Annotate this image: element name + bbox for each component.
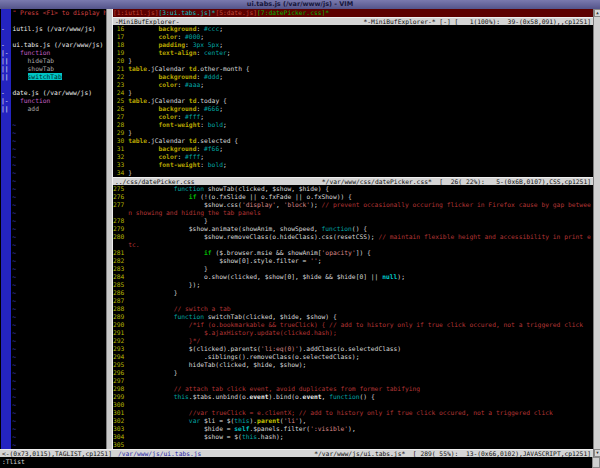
taglist-row[interactable]: - ui.tabs.js (/var/www/js) — [1, 41, 103, 49]
code-line[interactable]: 290 /*if (o.bookmarkable && trueClick) {… — [113, 321, 583, 329]
taglist-row[interactable]: |- function — [1, 49, 50, 57]
code-line[interactable]: 285 }); — [113, 281, 200, 289]
code-line[interactable]: 277 $show.css('display', 'block'); // pr… — [113, 201, 591, 209]
code-line[interactable]: 32 color: #fff; — [113, 153, 204, 161]
text-segment: function — [20, 49, 50, 56]
buffer-tab[interactable]: [3:ui.tabs.js]* — [159, 9, 216, 16]
text-segment: 292 — [113, 337, 128, 344]
buffer-tab[interactable]: [1:iutil.js] — [113, 9, 159, 16]
text-segment: ~ — [1, 377, 16, 384]
taglist-row[interactable]: |- function — [1, 97, 50, 105]
code-line[interactable]: 20 } — [113, 57, 132, 65]
nontext-tilde: ~ — [1, 249, 16, 257]
minibufexplorer-statusline[interactable]: -MiniBufExplorer- *-MiniBufExplorer-* [-… — [113, 17, 593, 25]
nontext-tilde: ~ — [1, 257, 16, 265]
code-line[interactable]: 292 }*/ — [113, 337, 200, 345]
code-line[interactable]: 300 — [113, 401, 128, 409]
scrollbar-track[interactable] — [594, 17, 600, 449]
nontext-tilde: ~ — [1, 361, 16, 369]
code-line[interactable]: 33 font-weight: bold; — [113, 161, 227, 169]
text-segment: color — [159, 113, 178, 120]
code-line[interactable]: 303 $hide = self.$panels.filter(':visibl… — [113, 425, 356, 433]
code-line[interactable]: 284 o.show(clicked, $show[0], $hide && $… — [113, 273, 405, 281]
text-segment: ~ — [1, 433, 16, 440]
code-line[interactable]: 19 text-align: center; — [113, 49, 231, 57]
taglist-row[interactable]: " Press <F1> to display hel — [1, 9, 115, 17]
code-line[interactable]: 293 $(clicked).parents('li:eq(0)').addCl… — [113, 345, 401, 353]
taglist-row[interactable]: || add — [1, 105, 39, 113]
code-line[interactable]: 281 if ($.browser.msie && showAnim['opac… — [113, 249, 371, 257]
buffer-tab[interactable]: [5:date.js] — [215, 9, 257, 16]
code-line[interactable]: 302 var $li = $(this).parent('li'), — [113, 417, 306, 425]
taglist-row[interactable]: - date.js (/var/www/js) — [1, 89, 92, 97]
code-line[interactable]: 275 function showTab(clicked, $show, $hi… — [113, 185, 329, 193]
taglist-selected-tag[interactable]: || switchTab — [1, 73, 62, 81]
code-line[interactable]: 18 padding: 3px 5px; — [113, 41, 223, 49]
code-line[interactable]: 304 $show = $(this.hash); — [113, 433, 284, 441]
code-line[interactable]: 31 background: #f66; — [113, 145, 223, 153]
nontext-tilde: ~ — [1, 369, 16, 377]
code-line[interactable]: 289 function switchTab(clicked, $hide, $… — [113, 313, 337, 321]
code-line[interactable]: 301 //var trueClick = e.clientX; // add … — [113, 409, 553, 417]
code-line[interactable]: 27 color: #fff; — [113, 113, 204, 121]
command-line[interactable]: :Tlist — [0, 457, 592, 468]
text-segment: 295 — [113, 361, 128, 368]
code-line[interactable]: 295 hideTab(clicked, $hide, $show); — [113, 361, 306, 369]
text-segment: ); — [397, 273, 405, 280]
text-segment: this — [242, 433, 257, 440]
scroll-down-icon[interactable]: ▼ — [594, 449, 600, 457]
code-line[interactable]: 298 // attach tab click event, avoid dup… — [113, 385, 420, 393]
taglist-row[interactable]: || hideTab — [1, 57, 54, 65]
code-line[interactable]: 291 $.ajaxHistory.update(clicked.hash); — [113, 329, 337, 337]
code-line[interactable]: 297 — [113, 377, 128, 385]
text-segment: ]) { — [356, 249, 371, 256]
taglist-row[interactable]: - iutil.js (/var/www/js) — [1, 25, 96, 33]
text-segment: ; — [200, 81, 204, 88]
main-scrollbar[interactable]: ▲ ▼ — [593, 9, 600, 457]
code-line[interactable]: tc. — [113, 241, 140, 249]
scroll-up-icon[interactable]: ▲ — [594, 9, 600, 17]
code-line[interactable]: 286 } — [113, 289, 177, 297]
bottom-statusline[interactable]: <-(0x73,0115),TAGLIST,cp1251] /var/www/j… — [0, 449, 593, 457]
text-segment: iutil.js (/var/www/js) — [12, 25, 95, 32]
text-segment: } — [128, 265, 208, 272]
code-line[interactable]: 17 color: #000; — [113, 33, 204, 41]
text-segment: ~ — [1, 193, 16, 200]
code-line[interactable]: 25 table.jCalendar td.today { — [113, 97, 227, 105]
text-segment: ~ — [1, 297, 16, 304]
buffer-tab[interactable]: [7:datePicker.css]* — [257, 9, 329, 16]
code-line[interactable]: 280 $show.removeClass(o.hideClass).css(r… — [113, 233, 591, 241]
taglist-row[interactable]: || showTab — [1, 65, 54, 73]
code-line[interactable]: 287 — [113, 297, 128, 305]
code-line[interactable]: 276 if (!(o.fxSlide || o.fxFade || o.fxS… — [113, 193, 352, 201]
code-line[interactable]: 299 this.$tabs.unbind(o.event).bind(o.ev… — [113, 393, 375, 401]
code-line[interactable]: 24 } — [113, 89, 132, 97]
code-line[interactable]: n showing and hiding the tab panels — [113, 209, 261, 217]
code-line[interactable]: 282 $show[0].style.filter = ''; — [113, 257, 322, 265]
text-segment: ~ — [1, 289, 16, 296]
code-line[interactable]: 29 } — [113, 129, 132, 137]
nontext-tilde: ~ — [1, 217, 16, 225]
nontext-tilde: ~ — [1, 401, 16, 409]
code-line[interactable]: 22 background: #ddd; — [113, 73, 223, 81]
text-segment: 26 — [113, 105, 128, 112]
text-segment — [128, 313, 174, 320]
code-line[interactable]: 283 } — [113, 265, 208, 273]
code-line[interactable]: 28 font-weight: bold; — [113, 121, 227, 129]
code-line[interactable]: 305 — [113, 441, 128, 449]
code-line[interactable]: 296 } — [113, 369, 177, 377]
code-line[interactable]: 34 } — [113, 169, 132, 177]
code-line[interactable]: 23 color: #aaa; — [113, 81, 204, 89]
code-line[interactable]: 279 $show.animate(showAnim, showSpeed, f… — [113, 225, 367, 233]
code-line[interactable]: 21 table.jCalendar td.other-month { — [113, 65, 250, 73]
code-line[interactable]: 30 table.jCalendar td.selected { — [113, 137, 238, 145]
taglist-scrollbar[interactable] — [106, 9, 113, 449]
code-line[interactable]: 288 // switch a tab — [113, 305, 231, 313]
code-line[interactable]: 278 } — [113, 217, 208, 225]
code-line[interactable]: 26 background: #666; — [113, 105, 223, 113]
datepicker-statusline[interactable]: ../css/datePicker.css */var/www/css/date… — [113, 177, 593, 185]
text-segment: #ddd — [204, 73, 219, 80]
resize-grip[interactable] — [592, 457, 600, 468]
code-line[interactable]: 16 background: #ccc; — [113, 25, 223, 33]
code-line[interactable]: 294 .siblings().removeClass(o.selectedCl… — [113, 353, 359, 361]
